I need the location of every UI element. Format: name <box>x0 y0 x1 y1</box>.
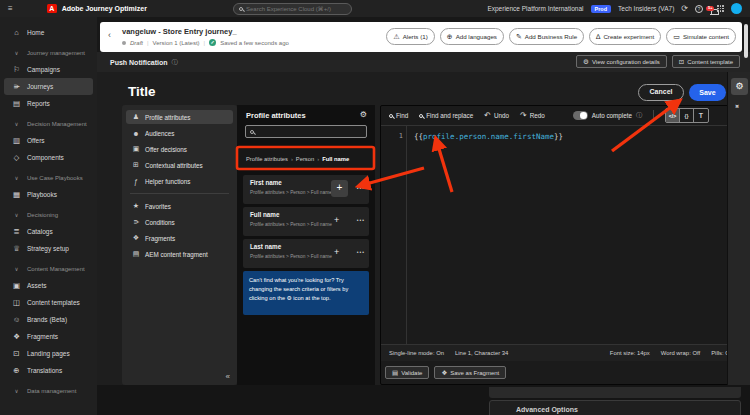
add-attribute-button[interactable]: + <box>331 180 348 197</box>
org-name[interactable]: Experience Platform International <box>487 5 583 12</box>
push-notification-bar: Push Notificationⓘ ⚙View configuration d… <box>97 52 750 72</box>
info-icon[interactable]: ⓘ <box>636 111 642 120</box>
function-icon: ƒ <box>132 178 140 185</box>
mode-expression-button[interactable]: {} <box>680 109 694 122</box>
nav-item-offer-decisions[interactable]: ▣Offer decisions <box>126 142 233 156</box>
sidebar-item-fragments[interactable]: ❖Fragments <box>0 328 97 345</box>
sidebar-label: Decision Management <box>27 121 87 127</box>
sidebar-section-journey-management[interactable]: ∨Journey management <box>0 44 97 61</box>
add-languages-button[interactable]: ⊕Add languages <box>440 28 504 45</box>
nav-item-fragments[interactable]: ❖Fragments <box>126 231 233 245</box>
editor-status-bar: Single-line mode: On Line 1, Character 3… <box>381 344 741 361</box>
undo-button[interactable]: ↶Undo <box>484 111 509 120</box>
attribute-search-input[interactable] <box>257 129 362 135</box>
autocomplete-toggle[interactable] <box>573 111 588 120</box>
simulate-content-button[interactable]: ▭Simulate content <box>666 28 736 45</box>
nav-item-contextual-attributes[interactable]: ⊞Contextual attributes <box>126 158 233 172</box>
sidebar-item-components[interactable]: ◇Components <box>0 149 97 166</box>
nav-item-audiences[interactable]: ☻Audiences <box>126 126 233 140</box>
nav-item-aem-content-fragment[interactable]: ▤AEM content fragment <box>126 247 233 261</box>
info-icon[interactable]: ⓘ <box>172 58 178 67</box>
attribute-row-last-name[interactable]: Last name Profile attributes > Person > … <box>243 239 369 268</box>
code-line[interactable]: {{profile.person.name.firstName}} <box>414 132 563 141</box>
sidebar-item-home[interactable]: ⌂Home <box>0 24 97 41</box>
more-options-icon[interactable]: ••• <box>357 185 365 191</box>
breadcrumb[interactable]: Profile attributes › Person › Full name <box>237 149 375 169</box>
translations-icon: ⊕ <box>12 366 21 375</box>
global-top-bar: ≡ A Adobe Journey Optimizer Experience P… <box>0 0 750 17</box>
help-icon[interactable]: ? <box>695 5 703 13</box>
word-wrap-status[interactable]: Word wrap: Off <box>661 350 700 356</box>
settings-gear-icon[interactable]: ⚙ <box>731 78 748 95</box>
add-attribute-button[interactable]: + <box>334 215 339 226</box>
view-configuration-button[interactable]: ⚙View configuration details <box>576 55 667 68</box>
sidebar-section-decisioning[interactable]: ∨Decisioning <box>0 206 97 223</box>
tenant-name[interactable]: Tech Insiders (VA7) <box>618 5 674 12</box>
sidebar-item-campaigns[interactable]: ⚐Campaigns <box>0 61 97 78</box>
more-options-icon[interactable]: ••• <box>357 249 365 255</box>
save-button[interactable]: Save <box>689 84 726 101</box>
brands-icon: ☺ <box>12 315 21 324</box>
sidebar-item-assets[interactable]: ▣Assets <box>0 277 97 294</box>
env-badge[interactable]: Prod <box>591 5 612 13</box>
sidebar-item-offers[interactable]: ▥Offers <box>0 132 97 149</box>
undo-icon: ↶ <box>484 111 491 120</box>
attribute-search[interactable] <box>245 125 367 138</box>
sidebar-item-translations[interactable]: ⊕Translations <box>0 362 97 379</box>
nav-item-profile-attributes[interactable]: ♟Profile attributes <box>126 110 233 124</box>
add-attribute-button[interactable]: + <box>334 247 339 258</box>
advanced-options-panel[interactable]: Advanced Options <box>489 400 741 415</box>
sidebar-section-content-management[interactable]: ∨Content Management <box>0 260 97 277</box>
settings-gear-icon[interactable]: ⚙ <box>360 110 367 119</box>
alerts-button[interactable]: ⚠Alerts (1) <box>386 28 434 45</box>
sidebar-item-brands[interactable]: ☺Brands (Beta) <box>0 311 97 328</box>
sidebar-item-playbooks[interactable]: ▦Playbooks <box>0 186 97 203</box>
back-chevron-icon[interactable]: ‹ <box>108 30 111 40</box>
font-size-status[interactable]: Font size: 14px <box>610 350 650 356</box>
journey-title: vangeluw - Store Entry journey_ <box>122 27 237 36</box>
redo-button[interactable]: ↷Redo <box>520 111 545 120</box>
more-options-icon[interactable]: ••• <box>357 217 365 223</box>
mode-text-button[interactable]: T <box>694 109 708 122</box>
sidebar-item-reports[interactable]: ▤Reports <box>0 95 97 112</box>
sidebar-section-data-management[interactable]: ∨Data management <box>0 382 97 399</box>
save-as-fragment-button[interactable]: ❖Save as Fragment <box>434 366 506 379</box>
global-search[interactable] <box>233 3 352 15</box>
nav-item-conditions[interactable]: ⋔Conditions <box>126 215 233 229</box>
find-button[interactable]: Find <box>389 112 408 119</box>
content-template-button[interactable]: ⊡Content template <box>672 55 740 68</box>
attribute-row-first-name[interactable]: First name Profile attributes > Person >… <box>243 175 369 204</box>
find-replace-button[interactable]: Find and replace <box>419 112 473 119</box>
user-avatar[interactable] <box>731 3 742 14</box>
editor-toolbar: Find Find and replace ↶Undo ↷Redo Auto c… <box>381 106 741 126</box>
sidebar-item-catalogs[interactable]: ≣Catalogs <box>0 223 97 240</box>
sync-icon[interactable]: ⟳ <box>681 5 688 13</box>
create-experiment-button[interactable]: ∆Create experiment <box>589 28 661 45</box>
global-search-input[interactable] <box>246 6 346 12</box>
journey-version[interactable]: Version 1 (Latest) <box>153 40 200 46</box>
sidebar-label: Strategy setup <box>27 245 69 252</box>
templates-icon: ◫ <box>12 298 21 307</box>
mode-code-button[interactable]: </> <box>666 109 680 122</box>
sidebar-item-content-templates[interactable]: ◫Content templates <box>0 294 97 311</box>
nav-item-favorites[interactable]: ★Favorites <box>126 199 233 213</box>
collapse-panel-icon[interactable]: « <box>226 372 230 381</box>
sidebar-label: Offers <box>27 137 45 144</box>
sidebar-item-journeys[interactable]: ⋔Journeys <box>4 78 93 95</box>
code-area[interactable]: 1 {{profile.person.name.firstName}} <box>381 126 741 344</box>
add-business-rule-button[interactable]: ✎Add Business Rule <box>509 28 584 45</box>
sidebar-item-strategy-setup[interactable]: ♕Strategy setup <box>0 240 97 257</box>
cancel-button[interactable]: Cancel <box>638 84 684 101</box>
nav-item-helper-functions[interactable]: ƒHelper functions <box>126 174 233 188</box>
sidebar-section-decision-management[interactable]: ∨Decision Management <box>0 115 97 132</box>
validate-button[interactable]: ▤Validate <box>385 366 429 379</box>
sidebar-label: Fragments <box>27 333 58 340</box>
catalogs-icon: ≣ <box>12 227 21 236</box>
attribute-row-full-name[interactable]: Full name Profile attributes > Person > … <box>243 207 369 236</box>
sidebar-section-use-case-playbooks[interactable]: ∨Use Case Playbooks <box>0 169 97 186</box>
wand-icon[interactable]: ✦ <box>732 101 743 112</box>
hamburger-menu-icon[interactable]: ≡ <box>8 4 13 13</box>
sidebar-item-landing-pages[interactable]: ⊡Landing pages <box>0 345 97 362</box>
vertical-scrollbar-thumb[interactable] <box>744 24 748 58</box>
sidebar-label: Landing pages <box>27 350 70 357</box>
